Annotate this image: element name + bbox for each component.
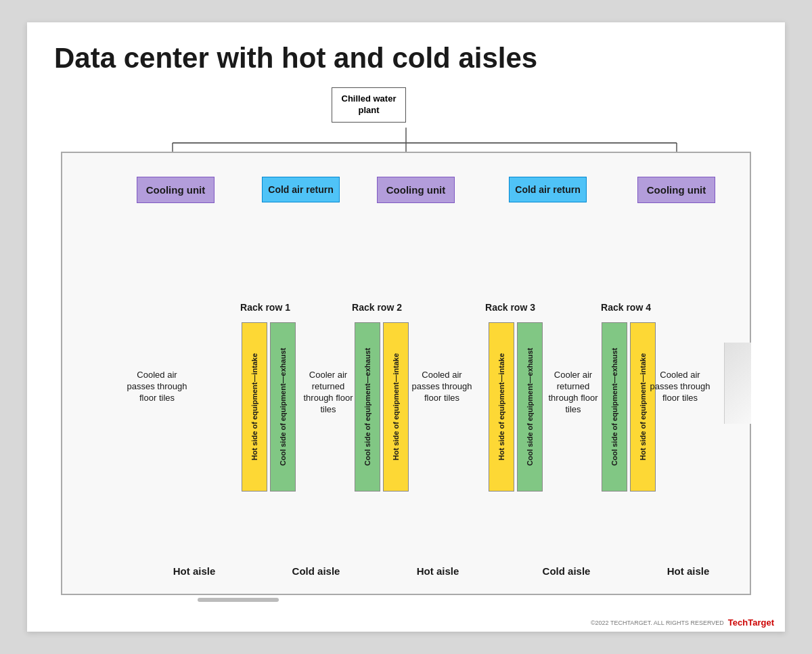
cool-side-label-2: Cool side of equipment—exhaust <box>355 323 380 491</box>
rack-row2-hot: Hot side of equipment—intake <box>383 322 409 492</box>
hot-side-label-3: Hot side of equipment—intake <box>489 323 514 491</box>
desc-cooled-air-right: Cooled air passes through floor tiles <box>650 370 710 404</box>
aisle-hot-3: Hot aisle <box>658 565 719 577</box>
rack-row3-cool: Cool side of equipment—exhaust <box>517 322 543 492</box>
hot-side-label-2: Hot side of equipment—intake <box>384 323 408 491</box>
hot-side-label-4: Hot side of equipment—intake <box>631 323 655 491</box>
rack-row1-hot: Hot side of equipment—intake <box>242 322 267 492</box>
hot-side-label-1: Hot side of equipment—intake <box>242 323 267 491</box>
cooling-unit-2: Cooling unit <box>377 177 455 203</box>
desc-cooled-air-center: Cooled air passes through floor tiles <box>411 370 472 404</box>
rack-row4-hot: Hot side of equipment—intake <box>630 322 656 492</box>
rack-row-3-label: Rack row 3 <box>476 302 544 313</box>
scroll-indicator[interactable] <box>198 598 279 602</box>
chilled-water-box: Chilled water plant <box>332 87 406 123</box>
rack-row4-cool: Cool side of equipment—exhaust <box>602 322 627 492</box>
page-curl <box>724 343 751 424</box>
desc-cooler-air-left: Cooler air returned through floor tiles <box>298 370 359 416</box>
aisle-hot-2: Hot aisle <box>407 565 468 577</box>
dc-border: Cooling unit Cold air return Cooling uni… <box>61 152 751 595</box>
cooling-unit-3: Cooling unit <box>637 177 715 203</box>
cool-side-label-4: Cool side of equipment—exhaust <box>602 323 627 491</box>
aisle-hot-1: Hot aisle <box>164 565 225 577</box>
rack-row-4-label: Rack row 4 <box>592 302 660 313</box>
cool-side-label-3: Cool side of equipment—exhaust <box>518 323 542 491</box>
diagram-area: Chilled water plant Cooling unit Cold ai… <box>54 87 758 615</box>
aisle-cold-1: Cold aisle <box>286 565 346 577</box>
rack-row-2-label: Rack row 2 <box>343 302 411 313</box>
techtarget-logo: TechTarget <box>728 617 774 628</box>
rack-row1-cool: Cool side of equipment—exhaust <box>270 322 296 492</box>
page: Data center with hot and cold aisles <box>27 22 785 632</box>
cooling-unit-1: Cooling unit <box>137 177 215 203</box>
cool-side-label-1: Cool side of equipment—exhaust <box>271 323 295 491</box>
desc-cooled-air-left: Cooled air passes through floor tiles <box>127 370 187 404</box>
page-title: Data center with hot and cold aisles <box>54 43 758 74</box>
cold-air-return-1: Cold air return <box>262 177 340 202</box>
footer: ©2022 TECHTARGET. ALL RIGHTS RESERVED Te… <box>591 617 774 628</box>
aisle-cold-2: Cold aisle <box>536 565 597 577</box>
cold-air-return-2: Cold air return <box>509 177 587 202</box>
rack-row3-hot: Hot side of equipment—intake <box>489 322 514 492</box>
rack-row-1-label: Rack row 1 <box>231 302 299 313</box>
desc-cooler-air-right: Cooler air returned through floor tiles <box>543 370 604 416</box>
